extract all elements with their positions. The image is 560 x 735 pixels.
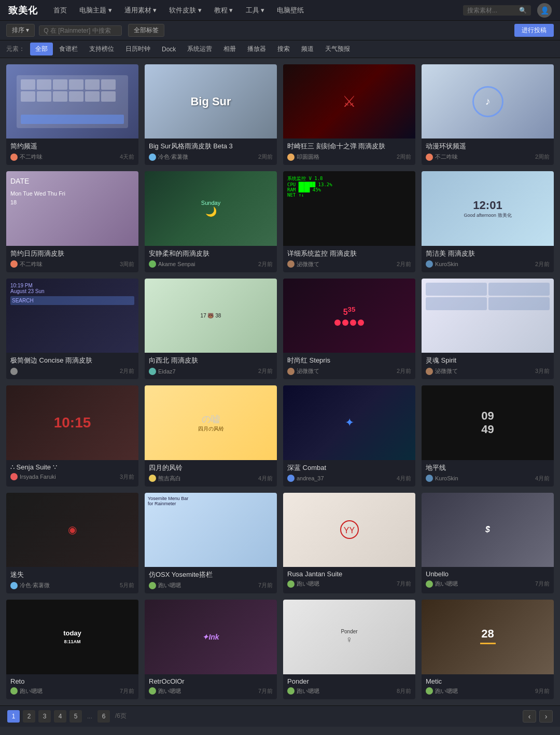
page-3[interactable]: 3 [38,710,51,723]
author-name: 泌微微て [297,367,319,375]
card-item[interactable]: ◉ 迷失 冷色·索薯微 5月前 [6,493,138,593]
card-item[interactable]: ✦ 深蓝 Combat andrea_37 4月前 [283,385,415,486]
page-1[interactable]: 1 [7,710,20,723]
author-avatar [426,154,433,161]
author-name: 叩圆圆格 [297,153,319,161]
filter-dock[interactable]: Dock [157,44,181,55]
card-time: 4月前 [535,475,550,482]
card-time: 7月前 [258,581,273,589]
card-time: 4天前 [120,153,134,161]
page-5[interactable]: 5 [69,710,82,723]
nav-home[interactable]: 首页 [48,3,72,18]
author-avatar [426,687,433,695]
page-2[interactable]: 2 [23,710,35,723]
card-item[interactable]: の嘘四月の风铃 四月的风铃 熊吉高白 4月前 [145,385,277,486]
card-item[interactable]: 17 🐻 38 向西北 雨滴皮肤 Eidaz7 2月前 [145,279,277,379]
card-item[interactable]: Yosemite Menu Barfor Rainmeter 仿OSX Yose… [145,493,277,593]
next-page[interactable]: › [539,710,553,723]
page-6[interactable]: 6 [97,710,110,723]
total-pages: /6页 [115,712,127,720]
prev-page[interactable]: ‹ [523,710,536,723]
filter-taskbar[interactable]: 食谱栏 [54,43,83,56]
card-time: 2月前 [397,367,411,375]
card-item[interactable]: Big Sur Big Sur风格雨滴皮肤 Beta 3 冷色·索薯微 2周前 [145,64,277,165]
card-time: 2月前 [258,260,273,268]
card-meta: 熊吉高白 4月前 [149,475,273,482]
author-avatar [10,368,18,375]
author-avatar [149,154,156,161]
card-time: 2月前 [535,260,550,268]
card-item[interactable]: Ponder♀ Ponder 跑い嗯嗯 8月前 [283,600,415,699]
card-thumbnail: ✦ [283,385,415,460]
card-item[interactable]: YY Rusa Jantan Suite 跑い嗯嗯 7月前 [283,493,415,593]
card-author: Akame Senpai [149,260,195,268]
nav-search-input[interactable] [467,7,519,14]
card-time: 2周前 [397,153,411,161]
card-item[interactable]: ⚔ 时崎狂三 刻刻命十之弹 雨滴皮肤 叩圆圆格 2周前 [283,64,415,165]
tag-button[interactable]: 全部标签 [128,24,164,37]
card-item[interactable]: 简约频遥 不二咋味 4天前 [6,64,138,165]
sort-button[interactable]: 排序 ▾ [6,24,35,37]
filter-weather[interactable]: 天气预报 [320,43,355,56]
author-avatar [10,687,18,695]
card-item[interactable]: 0949 地平线 KuroSkin 4月前 [422,385,554,486]
card-item[interactable]: $ Unbello 跑い嗯嗯 7月前 [422,493,554,593]
card-thumbnail: ♪ [422,64,554,138]
card-title: 动漫环状频遥 [426,142,550,151]
card-info: 迷失 冷色·索薯微 5月前 [6,567,138,593]
avatar[interactable]: 👤 [537,3,552,18]
card-item[interactable]: Sunday🌙 安静柔和的雨滴皮肤 Akame Senpai 2月前 [145,171,277,272]
card-item[interactable]: 12:01Good afternoon 致美化 简洁美 雨滴皮肤 KuroSki… [422,171,554,272]
card-item[interactable]: 28 Metic 跑い嗯嗯 9月前 [422,600,554,699]
card-item[interactable]: DATEMon Tue Wed Thu Fri18 简约日历雨滴皮肤 不二咋味 … [6,171,138,272]
nav-tools[interactable]: 工具 ▾ [241,3,270,18]
nav-tutorial[interactable]: 教程 ▾ [209,3,239,18]
card-meta: 叩圆圆格 2周前 [287,153,411,161]
card-item[interactable]: 10:19 PMAugust 23 SunSEARCH 极简侧边 Concise… [6,279,138,379]
card-author: 熊吉高白 [149,475,181,482]
card-item[interactable]: 灵魂 Spirit 泌微微て 3月前 [422,279,554,379]
author-avatar [10,582,18,589]
filter-channel[interactable]: 频道 [296,43,319,56]
author-avatar [287,475,295,482]
filter-all[interactable]: 全部 [30,43,53,56]
card-title: 极简侧边 Concise 雨滴皮肤 [10,356,134,365]
nav-wallpaper[interactable]: 电脑壁纸 [272,3,309,18]
upload-button[interactable]: 进行投稿 [514,24,554,37]
card-meta: 跑い嗯嗯 7月前 [149,581,273,589]
card-title: 时尚红 Stepris [287,356,411,365]
nav-search-box[interactable]: 🔍 [463,5,531,16]
nav-software-skin[interactable]: 软件皮肤 ▾ [164,3,207,18]
filter-support[interactable]: 支持榜位 [84,43,119,56]
filter-tabs: 元素： 全部 食谱栏 支持榜位 日历时钟 Dock 系统运营 相册 播放器 搜索… [0,40,560,58]
search-box[interactable] [39,25,122,36]
nav-desktop-theme[interactable]: 电脑主题 ▾ [74,3,117,18]
card-meta: 跑い嗯嗯 7月前 [10,687,134,695]
filter-sysmon[interactable]: 系统运营 [182,43,217,56]
card-info: Unbello 跑い嗯嗯 7月前 [422,567,554,592]
author-name: 跑い嗯嗯 [158,581,181,589]
filter-album[interactable]: 相册 [218,43,241,56]
search-input[interactable] [44,27,111,34]
top-nav: 致美化 首页 电脑主题 ▾ 通用素材 ▾ 软件皮肤 ▾ 教程 ▾ 工具 ▾ 电脑… [0,0,560,21]
card-item[interactable]: 10:15 ∴ Senja Suite ∵ Irsyada Faruki 3月前 [6,385,138,486]
card-meta: 泌微微て 2月前 [287,367,411,375]
card-item[interactable]: ✦Ink RetrOcOlOr 跑い嗯嗯 7月前 [145,600,277,699]
card-thumbnail: Big Sur [145,64,277,138]
card-item[interactable]: 535 时尚红 Stepris 泌微微て 2月前 [283,279,415,379]
filter-player[interactable]: 播放器 [242,43,271,56]
filter-calendar[interactable]: 日历时钟 [120,43,156,56]
card-thumbnail: 12:01Good afternoon 致美化 [422,171,554,245]
card-item[interactable]: today8:11AM Reto 跑い嗯嗯 7月前 [6,600,138,699]
author-avatar [149,687,156,695]
nav-general-assets[interactable]: 通用素材 ▾ [119,3,162,18]
card-item[interactable]: ♪ 动漫环状频遥 不二咋味 2周前 [422,64,554,165]
card-thumbnail: 535 [283,279,415,353]
card-info: 时崎狂三 刻刻命十之弹 雨滴皮肤 叩圆圆格 2周前 [283,138,415,165]
nav-links: 首页 电脑主题 ▾ 通用素材 ▾ 软件皮肤 ▾ 教程 ▾ 工具 ▾ 电脑壁纸 [48,3,463,18]
author-name: KuroSkin [435,261,458,267]
page-4[interactable]: 4 [54,710,66,723]
filter-search[interactable]: 搜索 [272,43,295,56]
card-item[interactable]: 系统监控 V 1.8CPU ██████ 13.2%RAM ████ 45%NE… [283,171,415,272]
card-author [10,368,20,375]
